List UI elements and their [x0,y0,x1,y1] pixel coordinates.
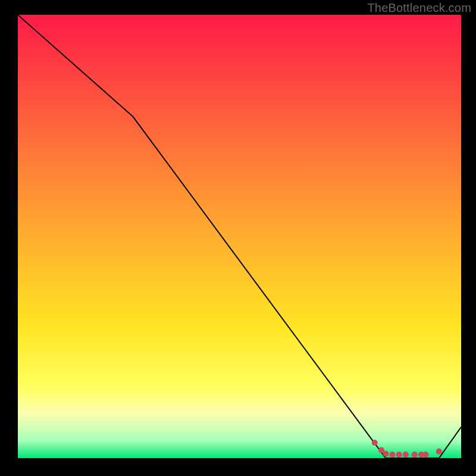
marker-dot [372,440,378,446]
marker-dot [396,452,402,458]
marker-dot [412,452,418,458]
marker-dot [383,451,389,457]
marker-dot [436,449,442,455]
gradient-background [18,15,461,458]
marker-dot [403,452,409,458]
marker-dot [390,452,396,458]
marker-dot [422,452,428,458]
watermark-text: TheBottleneck.com [367,1,471,15]
chart-plot-area [18,15,461,458]
chart-svg [18,15,461,458]
